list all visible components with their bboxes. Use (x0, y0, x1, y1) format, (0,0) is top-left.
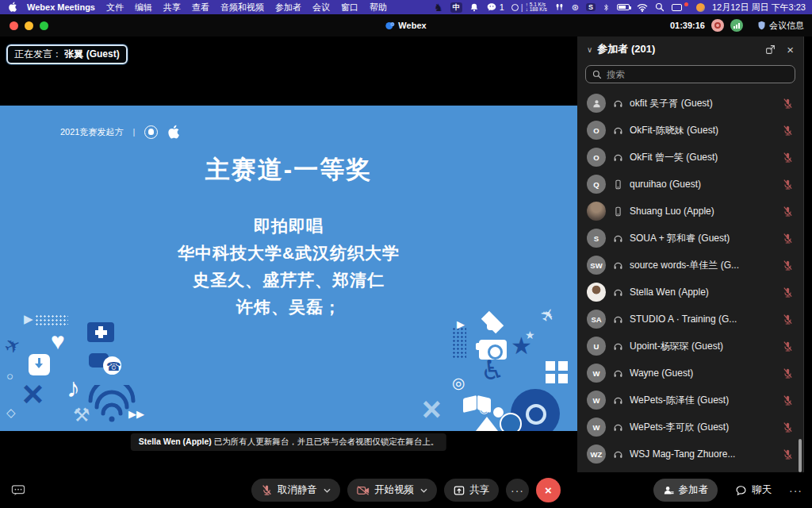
menu-item-1[interactable]: 编辑 (135, 2, 152, 12)
download-icon (29, 354, 50, 375)
bluetooth-icon[interactable] (603, 2, 610, 13)
menu-item-8[interactable]: 帮助 (370, 2, 387, 12)
headset-icon (612, 395, 623, 406)
participant-muted-mic-icon[interactable] (781, 206, 794, 217)
input-method-icon[interactable]: 中 (450, 2, 462, 13)
close-window-button[interactable] (10, 21, 18, 30)
menu-items: 文件编辑共享查看音频和视频参加者会议窗口帮助 (106, 2, 398, 13)
open-book-icon (463, 395, 492, 413)
participant-muted-mic-icon[interactable] (781, 287, 794, 298)
participant-row[interactable]: okfit 吴子胥 (Guest) (577, 90, 803, 117)
participant-row[interactable]: WWePets-陈泽佳 (Guest) (577, 387, 803, 414)
popout-panel-icon[interactable] (765, 44, 776, 55)
menu-item-7[interactable]: 窗口 (341, 2, 358, 12)
battery-icon[interactable] (617, 4, 630, 10)
participant-row[interactable]: WZWSJ Mag-Tang Zhuore... (577, 441, 803, 468)
close-panel-icon[interactable]: × (787, 43, 794, 56)
participant-row[interactable]: Qquruihao (Guest) (577, 171, 803, 198)
participant-name: SOUA + 郭和睿 (Guest) (630, 232, 775, 245)
participant-row[interactable]: OOkFit-陈晓妹 (Guest) (577, 117, 803, 144)
unmute-button[interactable]: 取消静音 (251, 479, 340, 502)
panel-scrollbar[interactable] (799, 439, 802, 472)
wechat-icon[interactable] (486, 2, 497, 13)
menu-item-6[interactable]: 会议 (312, 2, 330, 12)
s-app-icon[interactable]: S (586, 3, 596, 11)
grid-squares-icon (546, 361, 555, 371)
participant-name: OkFit 曾一笑 (Guest) (630, 151, 775, 164)
menu-clock[interactable]: 12月12日 周日 下午3:23 (712, 2, 806, 13)
display-icon[interactable] (672, 4, 682, 11)
participant-muted-mic-icon[interactable] (781, 341, 794, 352)
participant-muted-mic-icon[interactable] (781, 368, 794, 379)
avatar: W (587, 391, 606, 410)
minimize-window-button[interactable] (25, 21, 33, 30)
participant-row[interactable]: SSOUA + 郭和睿 (Guest) (577, 225, 803, 252)
closed-captions-icon[interactable] (11, 484, 25, 497)
fan-icon[interactable]: ⊛ (572, 2, 579, 13)
participant-muted-mic-icon[interactable] (781, 233, 794, 244)
share-button[interactable]: 共享 (444, 479, 499, 502)
recording-indicator-icon[interactable] (711, 19, 724, 32)
participant-row[interactable]: WWayne (Guest) (577, 360, 803, 387)
participant-muted-mic-icon[interactable] (781, 394, 794, 406)
chat-icon (735, 485, 747, 496)
slide-line: 史圣久、盛芹芹、郑清仁 (0, 267, 577, 294)
headset-icon (612, 287, 623, 298)
spotlight-search-icon[interactable] (655, 2, 665, 12)
overflow-menu-button[interactable]: ··· (789, 484, 802, 497)
participant-muted-mic-icon[interactable] (781, 125, 794, 137)
avatar: W (587, 418, 606, 437)
leave-meeting-button[interactable]: × (536, 478, 561, 502)
participant-muted-mic-icon[interactable] (781, 260, 794, 271)
participant-row[interactable]: UUpoint-杨琛琛 (Guest) (577, 333, 803, 360)
headset-icon (612, 422, 623, 433)
heart-icon: ♥ (51, 329, 65, 353)
wechat-badge: 1 (500, 2, 504, 12)
participant-row[interactable]: Stella Wen (Apple) (577, 279, 803, 306)
start-video-button[interactable]: 开始视频 (347, 479, 437, 502)
airpods-icon[interactable] (554, 2, 565, 12)
dotted-pattern-icon (35, 314, 68, 327)
menu-item-0[interactable]: 文件 (106, 2, 124, 12)
wifi-icon[interactable] (637, 3, 648, 12)
menu-item-3[interactable]: 查看 (192, 2, 209, 12)
participant-row[interactable]: OOkFit 曾一笑 (Guest) (577, 144, 803, 171)
participant-name: Upoint-杨琛琛 (Guest) (630, 340, 775, 353)
pet-app-icon[interactable]: ♞ (434, 2, 443, 13)
menu-item-2[interactable]: 共享 (163, 2, 181, 12)
menu-status-area: ♞ 中 1 | ↑ 5.1 K/s ↓ 188 K/s ⊛ S (434, 2, 806, 13)
menu-item-5[interactable]: 参加者 (275, 2, 301, 12)
meeting-info-button[interactable]: 会议信息 (757, 20, 804, 32)
participant-muted-mic-icon[interactable] (781, 98, 794, 110)
bell-icon[interactable] (469, 2, 479, 13)
participant-muted-mic-icon[interactable] (781, 421, 794, 433)
avatar: Q (587, 175, 606, 194)
participant-row[interactable]: Shuang Luo (Apple) (577, 198, 803, 225)
menu-item-4[interactable]: 音频和视频 (220, 2, 264, 12)
chat-toggle-button[interactable]: 聊天 (726, 479, 781, 502)
apple-menu-icon[interactable] (6, 2, 19, 13)
collapse-chevron-icon[interactable]: ∨ (587, 45, 592, 54)
diamond-icon: ◇ (6, 406, 16, 418)
participant-muted-mic-icon[interactable] (781, 179, 794, 190)
participant-muted-mic-icon[interactable] (781, 314, 794, 325)
participant-search-input[interactable] (607, 70, 788, 79)
avatar: WZ (587, 444, 606, 464)
participant-muted-mic-icon[interactable] (781, 448, 794, 460)
participants-toggle-button[interactable]: 参加者 (653, 479, 718, 502)
participant-search-box[interactable] (585, 65, 795, 83)
more-options-button[interactable]: ··· (506, 479, 529, 502)
connection-quality-icon[interactable] (730, 19, 743, 32)
participant-name: okfit 吴子胥 (Guest) (630, 97, 775, 110)
net-monitor-icon[interactable]: | ↑ 5.1 K/s ↓ 188 K/s (511, 2, 547, 13)
zoom-window-button[interactable] (40, 21, 48, 30)
participant-row[interactable]: WWePets-李可欣 (Guest) (577, 414, 803, 441)
headset-icon (612, 368, 623, 379)
participant-name: OkFit-陈晓妹 (Guest) (630, 124, 775, 137)
avatar: O (587, 121, 606, 140)
menu-app-name[interactable]: Webex Meetings (27, 2, 95, 12)
participant-row[interactable]: SWsource words-单佳兰 (G... (577, 252, 803, 279)
planet-icon[interactable] (696, 3, 705, 12)
participant-muted-mic-icon[interactable] (781, 152, 794, 164)
participant-row[interactable]: SASTUDIO A · Training (G... (577, 306, 803, 333)
